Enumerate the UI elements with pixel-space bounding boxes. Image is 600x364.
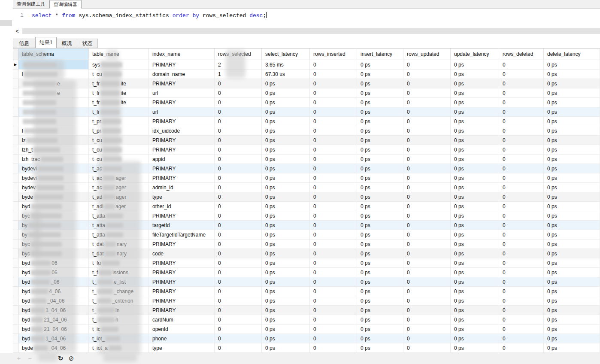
cell-rows_selected[interactable]: 1 (215, 70, 262, 79)
column-header-update_latency[interactable]: update_latency (451, 49, 499, 60)
cell-rows_deleted[interactable]: 0 (499, 315, 544, 325)
cell-select_latency[interactable]: 0 ps (262, 107, 310, 117)
cell-table_schema[interactable]: bydev (18, 183, 89, 192)
cell-insert_latency[interactable]: 0 ps (357, 258, 403, 268)
table-row[interactable]: t_prPRIMARY00 ps00 ps00 ps00 ps (13, 117, 600, 126)
cell-rows_updated[interactable]: 0 (403, 221, 451, 230)
cell-select_latency[interactable]: 0 ps (262, 277, 310, 287)
row-marker-cell[interactable] (13, 334, 18, 343)
cell-rows_deleted[interactable]: 0 (499, 98, 544, 107)
cell-insert_latency[interactable]: 0 ps (357, 79, 403, 88)
cell-index_name[interactable]: PRIMARY (149, 268, 215, 277)
cell-table_name[interactable]: t_pr (89, 126, 149, 136)
result-tab-2[interactable]: 概况 (57, 39, 77, 48)
column-header-rows_updated[interactable]: rows_updated (403, 49, 451, 60)
cell-rows_updated[interactable]: 0 (403, 315, 451, 325)
cell-table_name[interactable]: t_frite (89, 88, 149, 98)
cell-rows_updated[interactable]: 0 (403, 173, 451, 183)
cell-table_name[interactable]: t_fissions (89, 268, 149, 277)
cell-table_schema[interactable] (18, 98, 89, 107)
cell-rows_deleted[interactable]: 0 (499, 249, 544, 258)
cell-rows_inserted[interactable]: 0 (310, 211, 357, 221)
cell-rows_selected[interactable]: 0 (215, 183, 262, 192)
table-row[interactable]: bydet_adagertype00 ps00 ps00 ps00 ps (13, 192, 600, 202)
table-row[interactable]: t_fritePRIMARY00 ps00 ps00 ps00 ps (13, 98, 600, 107)
column-header-rows_deleted[interactable]: rows_deleted (499, 49, 544, 60)
cell-update_latency[interactable]: 0 ps (451, 287, 499, 296)
cell-table_schema[interactable]: l (18, 126, 89, 136)
cell-index_name[interactable]: PRIMARY (149, 164, 215, 173)
cell-delete_latency[interactable]: 0 ps (544, 258, 600, 268)
cell-select_latency[interactable]: 0 ps (262, 173, 310, 183)
cell-rows_deleted[interactable]: 0 (499, 88, 544, 98)
cell-rows_selected[interactable]: 0 (215, 287, 262, 296)
cell-rows_updated[interactable]: 0 (403, 230, 451, 240)
cell-rows_selected[interactable]: 0 (215, 325, 262, 334)
result-tab-0[interactable]: 信息 (13, 39, 35, 48)
cell-index_name[interactable]: PRIMARY (149, 145, 215, 155)
cell-update_latency[interactable]: 0 ps (451, 315, 499, 325)
cell-rows_inserted[interactable]: 0 (310, 202, 357, 211)
row-marker-cell[interactable] (13, 287, 18, 296)
cell-rows_deleted[interactable]: 0 (499, 240, 544, 249)
cell-delete_latency[interactable]: 0 ps (544, 155, 600, 164)
column-header-rows_inserted[interactable]: rows_inserted (310, 49, 357, 60)
cell-delete_latency[interactable]: 0 ps (544, 249, 600, 258)
horizontal-scrollbar[interactable] (22, 28, 600, 34)
table-row[interactable]: ▶sysPRIMARY23.65 ms00 ps00 ps00 ps (13, 60, 600, 70)
cell-delete_latency[interactable]: 0 ps (544, 230, 600, 240)
cell-update_latency[interactable]: 0 ps (451, 240, 499, 249)
sql-editor[interactable]: 1 select * from sys.schema_index_statist… (13, 9, 600, 27)
cell-index_name[interactable]: targetId (149, 221, 215, 230)
cell-select_latency[interactable]: 0 ps (262, 164, 310, 173)
table-row[interactable]: byd4_06t__changePRIMARY00 ps00 ps00 ps00… (13, 287, 600, 296)
cell-rows_updated[interactable]: 0 (403, 183, 451, 192)
cell-index_name[interactable]: appid (149, 155, 215, 164)
cell-select_latency[interactable]: 0 ps (262, 258, 310, 268)
cell-table_name[interactable]: t_datnary (89, 249, 149, 258)
cell-update_latency[interactable]: 0 ps (451, 79, 499, 88)
cell-table_schema[interactable]: byd06 (18, 268, 89, 277)
cell-delete_latency[interactable]: 0 ps (544, 88, 600, 98)
cell-rows_deleted[interactable]: 0 (499, 287, 544, 296)
cell-select_latency[interactable]: 0 ps (262, 343, 310, 353)
cell-table_schema[interactable]: e (18, 88, 89, 98)
cell-rows_inserted[interactable]: 0 (310, 88, 357, 98)
column-header-delete_latency[interactable]: delete_latency (544, 49, 600, 60)
cell-rows_selected[interactable]: 0 (215, 268, 262, 277)
cell-rows_selected[interactable]: 0 (215, 240, 262, 249)
cell-insert_latency[interactable]: 0 ps (357, 60, 403, 70)
cell-table_name[interactable]: t_ac (89, 164, 149, 173)
cell-table_schema[interactable]: lzh_trac (18, 155, 89, 164)
cell-rows_updated[interactable]: 0 (403, 296, 451, 306)
cell-rows_inserted[interactable]: 0 (310, 296, 357, 306)
table-row[interactable]: et_friteurl00 ps00 ps00 ps00 ps (13, 88, 600, 98)
table-row[interactable]: t_frurl00 ps00 ps00 ps00 ps (13, 107, 600, 117)
cell-select_latency[interactable]: 0 ps (262, 240, 310, 249)
cell-delete_latency[interactable]: 0 ps (544, 60, 600, 70)
cell-rows_selected[interactable]: 0 (215, 230, 262, 240)
cell-index_name[interactable]: PRIMARY (149, 98, 215, 107)
cell-table_schema[interactable]: byd1_04_06 (18, 306, 89, 315)
table-row[interactable]: bydevt_acageradmin_id00 ps00 ps00 ps00 p… (13, 183, 600, 192)
cell-insert_latency[interactable]: 0 ps (357, 230, 403, 240)
cell-rows_selected[interactable]: 0 (215, 296, 262, 306)
row-marker-cell[interactable] (13, 70, 18, 79)
cell-rows_updated[interactable]: 0 (403, 107, 451, 117)
row-marker-cell[interactable] (13, 107, 18, 117)
cell-insert_latency[interactable]: 0 ps (357, 70, 403, 79)
cell-index_name[interactable]: PRIMARY (149, 240, 215, 249)
cell-rows_deleted[interactable]: 0 (499, 117, 544, 126)
cell-table_name[interactable]: t_fu (89, 258, 149, 268)
cell-index_name[interactable]: fileTargetIdTargetName (149, 230, 215, 240)
cell-index_name[interactable]: PRIMARY (149, 136, 215, 145)
cell-rows_inserted[interactable]: 0 (310, 287, 357, 296)
cell-rows_selected[interactable]: 0 (215, 306, 262, 315)
cell-update_latency[interactable]: 0 ps (451, 334, 499, 343)
cell-rows_updated[interactable]: 0 (403, 145, 451, 155)
table-row[interactable]: lzh_tract_cuappid00 ps00 ps00 ps00 ps (13, 155, 600, 164)
cell-rows_inserted[interactable]: 0 (310, 155, 357, 164)
row-marker-cell[interactable] (13, 211, 18, 221)
cell-index_name[interactable]: idx_uidcode (149, 126, 215, 136)
row-marker-cell[interactable] (13, 296, 18, 306)
